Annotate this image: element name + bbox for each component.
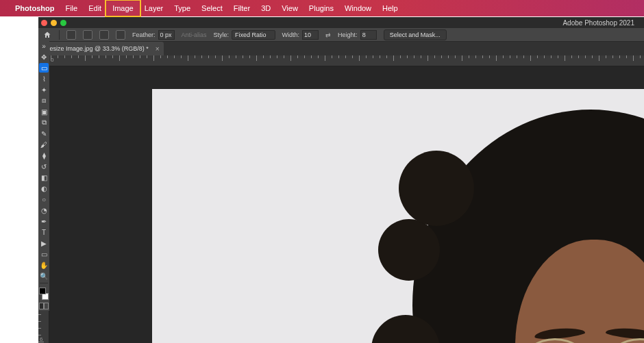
selection-intersect-icon[interactable] — [116, 30, 125, 40]
crop-tool[interactable]: ⧈ — [39, 96, 49, 105]
window-title: Adobe Photoshop 2021 — [562, 19, 634, 27]
height-field: Height: — [338, 30, 377, 40]
zoom-tool[interactable]: 🔍 — [39, 271, 49, 281]
selection-add-icon[interactable] — [83, 30, 92, 40]
move-tool[interactable]: ✥ — [39, 52, 49, 62]
photoshop-window: Adobe Photoshop 2021 Feather: Anti-alias… — [38, 17, 644, 343]
menu-file[interactable]: File — [60, 1, 83, 15]
document-tab-label: Resize Image.jpg @ 33.3% (RGB/8) * — [45, 45, 149, 52]
document-tab-bar: Resize Image.jpg @ 33.3% (RGB/8) * × — [38, 42, 644, 55]
style-select[interactable]: Fixed Ratio — [232, 30, 275, 40]
menu-view[interactable]: View — [276, 1, 304, 15]
blur-tool[interactable]: ○ — [39, 194, 49, 204]
menu-edit[interactable]: Edit — [83, 1, 107, 15]
path-select-tool[interactable]: ▶ — [39, 238, 49, 248]
ruler-horizontal[interactable]: 0 — [49, 55, 644, 66]
selection-new-icon[interactable] — [66, 30, 76, 40]
window-titlebar: Adobe Photoshop 2021 — [38, 17, 644, 28]
separator — [59, 30, 60, 40]
menu-help[interactable]: Help — [377, 1, 404, 15]
width-input[interactable] — [302, 30, 319, 40]
feather-input[interactable] — [158, 30, 175, 40]
style-label: Style: — [214, 31, 230, 38]
window-minimize-button[interactable] — [51, 20, 57, 26]
select-and-mask-button[interactable]: Select and Mask... — [384, 29, 447, 40]
swap-wh-icon[interactable]: ⇄ — [325, 31, 331, 38]
frame-tool[interactable]: ▣ — [39, 107, 49, 116]
foreground-swatch[interactable] — [39, 288, 46, 294]
menu-select[interactable]: Select — [196, 1, 228, 15]
feather-label: Feather: — [132, 31, 156, 38]
canvas-image — [371, 110, 644, 343]
width-field: Width: — [282, 30, 319, 40]
brush-tool[interactable]: 🖌 — [39, 140, 49, 149]
dodge-tool[interactable]: ◔ — [39, 205, 49, 215]
tools-panel: »✥▭⌇✦⧈▣⧉✎🖌⧫↺◧◐○◔✒T▶▭✋🔍 — [38, 39, 49, 311]
work-area: 0 0 1 2 3 4 5 6 — [38, 55, 644, 343]
menu-image[interactable]: Image — [107, 1, 139, 15]
gradient-tool[interactable]: ◐ — [39, 183, 49, 193]
document-canvas[interactable] — [152, 89, 644, 343]
history-brush-tool[interactable]: ↺ — [39, 162, 49, 171]
menu-layer[interactable]: Layer — [139, 1, 169, 15]
menu-type[interactable]: Type — [169, 1, 196, 15]
selection-subtract-icon[interactable] — [99, 30, 109, 40]
window-close-button[interactable] — [41, 20, 47, 26]
lasso-tool[interactable]: ⌇ — [39, 74, 49, 84]
window-zoom-button[interactable] — [60, 20, 66, 26]
tab-close-icon[interactable]: × — [156, 45, 160, 53]
eraser-tool[interactable]: ◧ — [39, 173, 49, 182]
quick-mask-toggle[interactable] — [39, 303, 49, 309]
type-tool[interactable]: T — [39, 227, 49, 237]
eyedropper-tool[interactable]: ⧉ — [39, 118, 49, 127]
menu-plugins[interactable]: Plugins — [304, 1, 339, 15]
menu-filter[interactable]: Filter — [228, 1, 256, 15]
antialias-label: Anti-alias — [182, 31, 207, 38]
options-bar: Feather: Anti-alias Style: Fixed Ratio W… — [38, 28, 644, 42]
document-tab[interactable]: Resize Image.jpg @ 33.3% (RGB/8) * × — [38, 42, 164, 55]
color-swatches[interactable] — [39, 288, 49, 300]
clone-stamp-tool[interactable]: ⧫ — [39, 151, 49, 160]
hand-tool[interactable]: ✋ — [39, 260, 49, 270]
tool-separator — [40, 283, 48, 283]
height-input[interactable] — [360, 30, 377, 40]
marquee-tool[interactable]: ▭ — [39, 63, 49, 73]
home-button[interactable] — [42, 30, 52, 40]
healing-brush-tool[interactable]: ✎ — [39, 129, 49, 138]
home-icon — [43, 31, 51, 39]
pen-tool[interactable]: ✒ — [39, 216, 49, 226]
style-field: Style: Fixed Ratio — [214, 30, 275, 40]
quick-select-tool[interactable]: ✦ — [39, 85, 49, 94]
feather-field: Feather: — [132, 30, 175, 40]
height-label: Height: — [338, 31, 358, 38]
menu-3d[interactable]: 3D — [256, 1, 276, 15]
macos-menubar: Photoshop File Edit Image Layer Type Sel… — [0, 0, 644, 16]
menu-window[interactable]: Window — [339, 1, 377, 15]
app-menu[interactable]: Photoshop — [10, 1, 60, 15]
tools-collapse-icon[interactable]: » — [39, 41, 49, 51]
width-label: Width: — [282, 31, 300, 38]
rectangle-tool[interactable]: ▭ — [39, 249, 49, 259]
